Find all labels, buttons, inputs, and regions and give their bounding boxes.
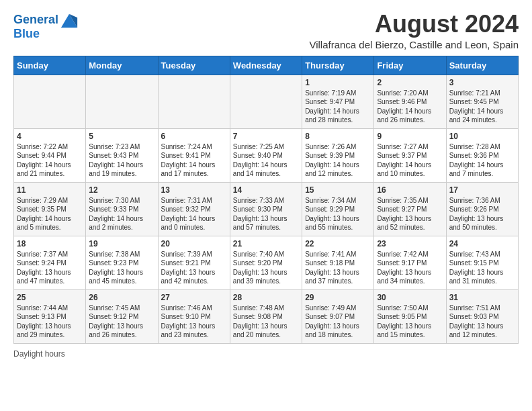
calendar-cell: 15Sunrise: 7:34 AMSunset: 9:29 PMDayligh… (302, 182, 374, 236)
calendar-cell (86, 75, 158, 128)
calendar-cell: 29Sunrise: 7:49 AMSunset: 9:07 PMDayligh… (302, 289, 374, 343)
day-number: 8 (305, 132, 371, 141)
cell-info: Sunrise: 7:30 AMSunset: 9:33 PMDaylight:… (89, 196, 154, 232)
day-number: 14 (233, 185, 299, 195)
day-number: 2 (377, 78, 443, 87)
calendar-cell (14, 75, 86, 128)
logo-icon (60, 11, 79, 30)
day-number: 10 (449, 132, 515, 141)
cell-info: Sunrise: 7:43 AMSunset: 9:15 PMDaylight:… (449, 250, 515, 286)
calendar-header-row: SundayMondayTuesdayWednesdayThursdayFrid… (14, 56, 519, 75)
calendar-cell: 26Sunrise: 7:45 AMSunset: 9:12 PMDayligh… (86, 289, 158, 343)
calendar-cell: 8Sunrise: 7:26 AMSunset: 9:39 PMDaylight… (302, 128, 374, 182)
calendar-cell: 25Sunrise: 7:44 AMSunset: 9:13 PMDayligh… (14, 289, 86, 343)
day-number: 30 (377, 293, 443, 302)
calendar-cell: 22Sunrise: 7:41 AMSunset: 9:18 PMDayligh… (302, 236, 374, 289)
cell-info: Sunrise: 7:19 AMSunset: 9:47 PMDaylight:… (305, 89, 371, 125)
cell-info: Sunrise: 7:45 AMSunset: 9:12 PMDaylight:… (89, 304, 154, 340)
cell-info: Sunrise: 7:51 AMSunset: 9:03 PMDaylight:… (449, 304, 515, 340)
cell-info: Sunrise: 7:48 AMSunset: 9:08 PMDaylight:… (233, 304, 299, 340)
day-number: 13 (161, 185, 227, 195)
calendar-cell: 19Sunrise: 7:38 AMSunset: 9:23 PMDayligh… (86, 236, 158, 289)
week-row-0: 1Sunrise: 7:19 AMSunset: 9:47 PMDaylight… (14, 75, 519, 128)
day-header-tuesday: Tuesday (158, 56, 230, 75)
calendar-cell (158, 75, 230, 128)
cell-info: Sunrise: 7:39 AMSunset: 9:21 PMDaylight:… (161, 250, 227, 286)
day-number: 22 (305, 239, 371, 248)
day-number: 20 (161, 239, 227, 248)
calendar-cell: 18Sunrise: 7:37 AMSunset: 9:24 PMDayligh… (14, 236, 86, 289)
calendar-cell: 7Sunrise: 7:25 AMSunset: 9:40 PMDaylight… (230, 128, 302, 182)
page-header: General Blue August 2024 Villafranca del… (13, 11, 519, 50)
week-row-4: 25Sunrise: 7:44 AMSunset: 9:13 PMDayligh… (14, 289, 519, 343)
cell-info: Sunrise: 7:21 AMSunset: 9:45 PMDaylight:… (449, 89, 515, 125)
cell-info: Sunrise: 7:41 AMSunset: 9:18 PMDaylight:… (305, 250, 371, 286)
calendar-cell: 14Sunrise: 7:33 AMSunset: 9:30 PMDayligh… (230, 182, 302, 236)
cell-info: Sunrise: 7:23 AMSunset: 9:43 PMDaylight:… (89, 142, 154, 179)
calendar-cell: 5Sunrise: 7:23 AMSunset: 9:43 PMDaylight… (86, 128, 158, 182)
cell-info: Sunrise: 7:26 AMSunset: 9:39 PMDaylight:… (305, 142, 371, 179)
cell-info: Sunrise: 7:28 AMSunset: 9:36 PMDaylight:… (449, 142, 515, 179)
day-number: 1 (305, 78, 371, 87)
calendar-cell: 1Sunrise: 7:19 AMSunset: 9:47 PMDaylight… (302, 75, 374, 128)
calendar-cell: 16Sunrise: 7:35 AMSunset: 9:27 PMDayligh… (374, 182, 446, 236)
cell-info: Sunrise: 7:42 AMSunset: 9:17 PMDaylight:… (377, 250, 443, 286)
cell-info: Sunrise: 7:37 AMSunset: 9:24 PMDaylight:… (17, 250, 83, 286)
calendar-cell: 13Sunrise: 7:31 AMSunset: 9:32 PMDayligh… (158, 182, 230, 236)
cell-info: Sunrise: 7:24 AMSunset: 9:41 PMDaylight:… (161, 142, 227, 179)
day-number: 4 (17, 132, 83, 141)
cell-info: Sunrise: 7:36 AMSunset: 9:26 PMDaylight:… (449, 196, 515, 232)
calendar-cell: 31Sunrise: 7:51 AMSunset: 9:03 PMDayligh… (446, 289, 518, 343)
day-header-wednesday: Wednesday (230, 56, 302, 75)
cell-info: Sunrise: 7:25 AMSunset: 9:40 PMDaylight:… (233, 142, 299, 179)
calendar-cell: 30Sunrise: 7:50 AMSunset: 9:05 PMDayligh… (374, 289, 446, 343)
day-number: 18 (17, 239, 83, 248)
calendar-cell (230, 75, 302, 128)
logo: General Blue (13, 11, 79, 41)
logo-line2: Blue (13, 27, 40, 40)
cell-info: Sunrise: 7:49 AMSunset: 9:07 PMDaylight:… (305, 304, 371, 340)
calendar-cell: 11Sunrise: 7:29 AMSunset: 9:35 PMDayligh… (14, 182, 86, 236)
calendar-cell: 2Sunrise: 7:20 AMSunset: 9:46 PMDaylight… (374, 75, 446, 128)
main-title: August 2024 (309, 11, 519, 38)
week-row-1: 4Sunrise: 7:22 AMSunset: 9:44 PMDaylight… (14, 128, 519, 182)
cell-info: Sunrise: 7:34 AMSunset: 9:29 PMDaylight:… (305, 196, 371, 232)
day-header-monday: Monday (86, 56, 158, 75)
cell-info: Sunrise: 7:38 AMSunset: 9:23 PMDaylight:… (89, 250, 154, 286)
day-number: 9 (377, 132, 443, 141)
cell-info: Sunrise: 7:46 AMSunset: 9:10 PMDaylight:… (161, 304, 227, 340)
calendar-cell: 10Sunrise: 7:28 AMSunset: 9:36 PMDayligh… (446, 128, 518, 182)
day-number: 11 (17, 185, 83, 195)
day-number: 24 (449, 239, 515, 248)
day-header-thursday: Thursday (302, 56, 374, 75)
calendar-cell: 6Sunrise: 7:24 AMSunset: 9:41 PMDaylight… (158, 128, 230, 182)
day-number: 15 (305, 185, 371, 195)
day-number: 23 (377, 239, 443, 248)
day-number: 6 (161, 132, 227, 141)
day-number: 31 (449, 293, 515, 302)
calendar-cell: 9Sunrise: 7:27 AMSunset: 9:37 PMDaylight… (374, 128, 446, 182)
calendar-cell: 21Sunrise: 7:40 AMSunset: 9:20 PMDayligh… (230, 236, 302, 289)
day-number: 16 (377, 185, 443, 195)
calendar-cell: 23Sunrise: 7:42 AMSunset: 9:17 PMDayligh… (374, 236, 446, 289)
day-header-friday: Friday (374, 56, 446, 75)
calendar-cell: 27Sunrise: 7:46 AMSunset: 9:10 PMDayligh… (158, 289, 230, 343)
cell-info: Sunrise: 7:35 AMSunset: 9:27 PMDaylight:… (377, 196, 443, 232)
cell-info: Sunrise: 7:44 AMSunset: 9:13 PMDaylight:… (17, 304, 83, 340)
calendar-cell: 24Sunrise: 7:43 AMSunset: 9:15 PMDayligh… (446, 236, 518, 289)
calendar-cell: 20Sunrise: 7:39 AMSunset: 9:21 PMDayligh… (158, 236, 230, 289)
day-number: 5 (89, 132, 154, 141)
cell-info: Sunrise: 7:22 AMSunset: 9:44 PMDaylight:… (17, 142, 83, 179)
calendar-cell: 4Sunrise: 7:22 AMSunset: 9:44 PMDaylight… (14, 128, 86, 182)
day-number: 26 (89, 293, 154, 302)
day-number: 12 (89, 185, 154, 195)
logo-text: General (13, 13, 58, 27)
day-number: 29 (305, 293, 371, 302)
cell-info: Sunrise: 7:27 AMSunset: 9:37 PMDaylight:… (377, 142, 443, 179)
calendar-cell: 3Sunrise: 7:21 AMSunset: 9:45 PMDaylight… (446, 75, 518, 128)
title-block: August 2024 Villafranca del Bierzo, Cast… (309, 11, 519, 50)
day-number: 17 (449, 185, 515, 195)
cell-info: Sunrise: 7:31 AMSunset: 9:32 PMDaylight:… (161, 196, 227, 232)
day-number: 27 (161, 293, 227, 302)
day-number: 7 (233, 132, 299, 141)
